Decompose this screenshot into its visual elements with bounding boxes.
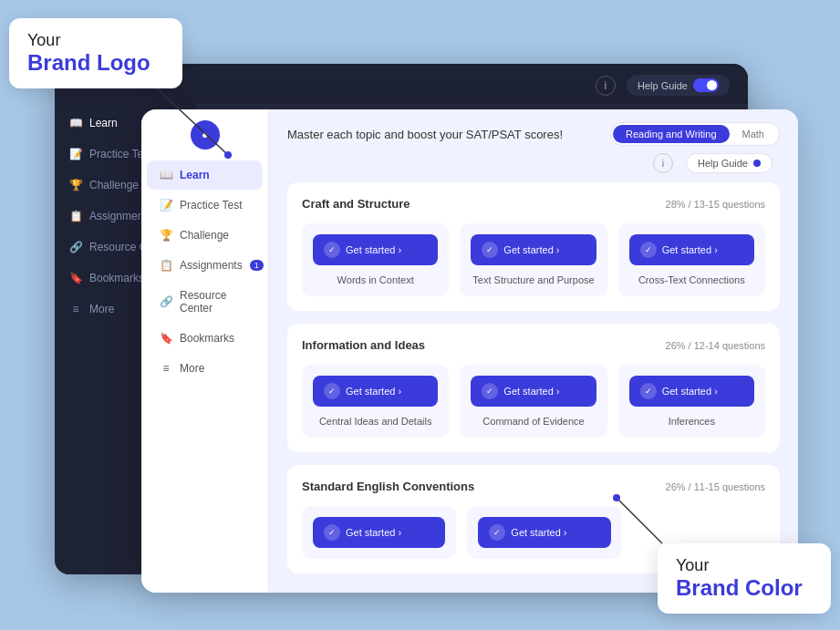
card-english-2: ✓ Get started › bbox=[467, 506, 621, 559]
content-body: Craft and Structure 28% / 13-15 question… bbox=[269, 182, 798, 593]
sidebar-item-more[interactable]: ≡ More bbox=[147, 354, 263, 383]
section-title-info: Information and Ideas bbox=[302, 338, 425, 352]
subject-tab-group: Reading and Writing Math bbox=[610, 122, 780, 146]
sidebar-item-practice[interactable]: 📝 Practice Test bbox=[147, 191, 263, 220]
light-window: ● 📖 Learn 📝 Practice Test 🏆 Challenge 📋 … bbox=[141, 109, 798, 593]
avatar: ● bbox=[191, 120, 220, 150]
resource-icon-dark: 🔗 bbox=[69, 241, 82, 253]
section-header-craft: Craft and Structure 28% / 13-15 question… bbox=[302, 197, 765, 211]
get-started-cross[interactable]: ✓ Get started › bbox=[629, 234, 754, 265]
section-header-info: Information and Ideas 26% / 12-14 questi… bbox=[302, 338, 765, 352]
btn-icon-central: ✓ bbox=[324, 383, 340, 399]
section-meta-info: 26% / 12-14 questions bbox=[666, 340, 765, 351]
card-label-command: Command of Evidence bbox=[471, 416, 596, 427]
section-header-english: Standard English Conventions 26% / 11-15… bbox=[302, 480, 765, 493]
header-controls: Reading and Writing Math bbox=[610, 122, 780, 146]
section-title-english: Standard English Conventions bbox=[302, 480, 474, 493]
brand-logo-your: Your bbox=[27, 31, 164, 50]
btn-icon-command: ✓ bbox=[482, 383, 498, 399]
brand-logo-text: Brand Logo bbox=[27, 50, 164, 76]
assignments-icon-dark: 📋 bbox=[69, 210, 82, 222]
bookmarks-icon: 🔖 bbox=[160, 332, 172, 345]
btn-icon-english-1: ✓ bbox=[324, 524, 340, 541]
learn-icon-dark: 📖 bbox=[69, 117, 82, 129]
sidebar-item-resource[interactable]: 🔗 Resource Center bbox=[147, 281, 263, 323]
section-title-craft: Craft and Structure bbox=[302, 197, 410, 211]
challenge-icon: 🏆 bbox=[160, 229, 172, 242]
assignments-badge: 1 bbox=[250, 260, 264, 271]
brand-color-badge: Your Brand Color bbox=[658, 543, 831, 614]
card-text-structure: ✓ Get started › Text Structure and Purpo… bbox=[460, 223, 607, 296]
btn-icon-words: ✓ bbox=[324, 242, 340, 258]
help-guide-dot bbox=[753, 160, 761, 167]
help-header-row: i Help Guide bbox=[269, 153, 798, 182]
section-meta-craft: 28% / 13-15 questions bbox=[666, 199, 765, 210]
tab-reading-writing[interactable]: Reading and Writing bbox=[613, 125, 729, 143]
main-header-title: Master each topic and boost your SAT/PSA… bbox=[287, 128, 563, 141]
brand-color-text: Brand Color bbox=[676, 575, 813, 601]
card-label-central: Central Ideas and Details bbox=[313, 416, 438, 427]
card-cross-text: ✓ Get started › Cross-Text Connections bbox=[618, 223, 765, 296]
challenge-icon-dark: 🏆 bbox=[69, 179, 82, 191]
bookmarks-icon-dark: 🔖 bbox=[69, 272, 82, 284]
btn-icon-cross: ✓ bbox=[640, 242, 657, 258]
card-english-1: ✓ Get started › bbox=[302, 506, 456, 559]
help-guide-label-dark: Help Guide bbox=[638, 80, 688, 91]
light-main-content: Master each topic and boost your SAT/PSA… bbox=[269, 109, 798, 593]
light-sidebar: ● 📖 Learn 📝 Practice Test 🏆 Challenge 📋 … bbox=[141, 109, 269, 593]
get-started-command[interactable]: ✓ Get started › bbox=[471, 376, 596, 407]
learn-icon: 📖 bbox=[160, 169, 172, 181]
sidebar-item-bookmarks[interactable]: 🔖 Bookmarks bbox=[147, 324, 263, 353]
brand-color-your: Your bbox=[676, 556, 813, 575]
info-icon-dark[interactable]: i bbox=[596, 76, 616, 96]
brand-logo-badge: Your Brand Logo bbox=[9, 18, 182, 88]
get-started-words[interactable]: ✓ Get started › bbox=[313, 234, 438, 265]
help-guide-light[interactable]: Help Guide bbox=[686, 153, 773, 173]
section-meta-english: 26% / 11-15 questions bbox=[666, 481, 765, 492]
btn-icon-text: ✓ bbox=[482, 242, 498, 258]
more-icon-dark: ≡ bbox=[69, 303, 82, 315]
help-guide-label: Help Guide bbox=[698, 158, 748, 169]
sidebar-avatar-area: ● bbox=[141, 120, 268, 150]
tab-math[interactable]: Math bbox=[730, 125, 777, 143]
card-words-context: ✓ Get started › Words in Context bbox=[302, 223, 449, 296]
get-started-english-1[interactable]: ✓ Get started › bbox=[313, 517, 445, 548]
btn-icon-english-2: ✓ bbox=[489, 524, 505, 541]
card-label-cross: Cross-Text Connections bbox=[629, 274, 754, 285]
sidebar-item-assignments[interactable]: 📋 Assignments 1 bbox=[147, 251, 263, 280]
card-inferences: ✓ Get started › Inferences bbox=[618, 365, 765, 438]
get-started-inferences[interactable]: ✓ Get started › bbox=[629, 376, 754, 407]
sidebar-item-challenge[interactable]: 🏆 Challenge bbox=[147, 221, 263, 250]
card-label-words: Words in Context bbox=[313, 274, 438, 285]
sidebar-item-learn[interactable]: 📖 Learn bbox=[147, 160, 263, 190]
card-command-evidence: ✓ Get started › Command of Evidence bbox=[460, 365, 607, 438]
section-information-ideas: Information and Ideas 26% / 12-14 questi… bbox=[287, 324, 780, 452]
btn-icon-inferences: ✓ bbox=[640, 383, 657, 399]
get-started-text[interactable]: ✓ Get started › bbox=[471, 234, 596, 265]
resource-icon: 🔗 bbox=[160, 295, 172, 308]
card-label-inferences: Inferences bbox=[629, 416, 754, 427]
get-started-english-2[interactable]: ✓ Get started › bbox=[478, 517, 610, 548]
help-guide-toggle-dark[interactable] bbox=[693, 78, 719, 92]
more-icon: ≡ bbox=[160, 362, 172, 375]
cards-row-craft: ✓ Get started › Words in Context ✓ Get s… bbox=[302, 223, 765, 296]
get-started-central[interactable]: ✓ Get started › bbox=[313, 376, 438, 407]
card-label-text: Text Structure and Purpose bbox=[471, 274, 596, 285]
assignments-icon: 📋 bbox=[160, 259, 172, 272]
practice-icon-dark: 📝 bbox=[69, 148, 82, 160]
help-guide-dark[interactable]: Help Guide bbox=[627, 75, 730, 96]
practice-icon: 📝 bbox=[160, 199, 172, 212]
info-icon-light[interactable]: i bbox=[653, 153, 673, 173]
cards-row-info: ✓ Get started › Central Ideas and Detail… bbox=[302, 365, 765, 438]
card-central-ideas: ✓ Get started › Central Ideas and Detail… bbox=[302, 365, 449, 438]
section-craft-structure: Craft and Structure 28% / 13-15 question… bbox=[287, 182, 780, 311]
